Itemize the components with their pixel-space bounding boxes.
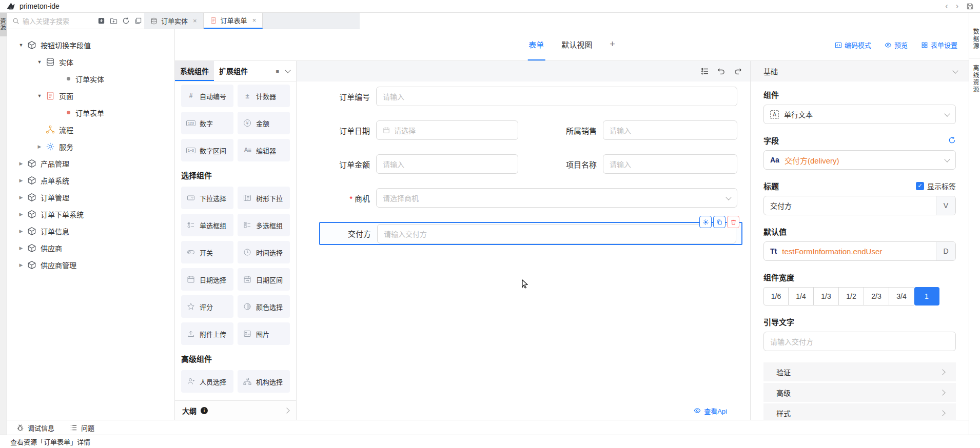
- caret-right-icon[interactable]: ▶: [17, 262, 25, 268]
- form-field-input[interactable]: 请输入: [376, 154, 518, 174]
- inspector-section-0[interactable]: 验证: [763, 362, 956, 381]
- palette-item-0-5[interactable]: A≡ 编辑器: [238, 139, 290, 161]
- palette-item-1-11[interactable]: 图片: [238, 322, 290, 345]
- width-option-3-4[interactable]: 3/4: [889, 287, 914, 306]
- caret-down-icon[interactable]: ▼: [17, 43, 25, 48]
- tree-item-13[interactable]: ▶供应商管理: [7, 256, 174, 273]
- width-option-1-3[interactable]: 1/3: [814, 287, 839, 306]
- caret-right-icon[interactable]: ▶: [36, 144, 43, 149]
- bottom-bar-item-0[interactable]: 调试信息: [16, 423, 54, 433]
- outline-footer[interactable]: 大纲 i: [175, 400, 296, 420]
- tree-item-6[interactable]: ▶服务: [7, 138, 174, 155]
- width-option-1-6[interactable]: 1/6: [763, 287, 789, 306]
- width-option-2-3[interactable]: 2/3: [864, 287, 889, 306]
- palette-item-0-3[interactable]: ¥ 金额: [238, 112, 290, 134]
- field-select[interactable]: Aa 交付方(delivery): [763, 150, 956, 170]
- caret-right-icon[interactable]: ▶: [17, 246, 25, 251]
- inspector-section-1[interactable]: 高级: [763, 383, 956, 402]
- tree-item-0[interactable]: ▼按钮切换字段值: [7, 36, 174, 53]
- width-option-1[interactable]: 1: [914, 287, 939, 306]
- palette-item-0-0[interactable]: # 自动编号: [181, 85, 233, 107]
- palette-tab-0[interactable]: 系统组件: [175, 61, 214, 81]
- tree-item-5[interactable]: 流程: [7, 121, 174, 138]
- palette-item-0-1[interactable]: ± 计数器: [238, 85, 290, 107]
- palette-item-1-5[interactable]: 时间选择: [238, 241, 290, 263]
- palette-item-1-7[interactable]: 日期区间: [238, 268, 290, 291]
- tree-item-11[interactable]: ▶订单信息: [7, 222, 174, 239]
- dock-tab-resources[interactable]: 资源: [0, 13, 7, 36]
- palette-item-2-1[interactable]: 机构选择: [238, 370, 290, 393]
- copy-button[interactable]: [713, 216, 726, 228]
- caret-right-icon[interactable]: ▶: [17, 178, 25, 183]
- tree-item-9[interactable]: ▶订单管理: [7, 189, 174, 206]
- doc-tab-0[interactable]: 订单实体 ×: [144, 13, 204, 29]
- refresh-field-icon[interactable]: [948, 136, 956, 144]
- form-field-input[interactable]: 请选择商机: [376, 188, 737, 208]
- palette-item-1-10[interactable]: 附件上传: [181, 322, 233, 345]
- undo-icon[interactable]: [717, 67, 726, 75]
- tree-item-1[interactable]: ▼实体: [7, 53, 174, 70]
- palette-item-1-0[interactable]: 下拉选择: [181, 187, 233, 209]
- tree-item-12[interactable]: ▶供应商: [7, 239, 174, 256]
- palette-item-0-2[interactable]: 123 数字: [181, 112, 233, 134]
- nav-forward-icon[interactable]: ›: [956, 2, 958, 10]
- form-field-input[interactable]: 请输入: [376, 87, 737, 106]
- palette-item-1-6[interactable]: 日期选择: [181, 268, 233, 291]
- add-view-tab[interactable]: +: [609, 29, 616, 60]
- tree-item-3[interactable]: ▼页面: [7, 87, 174, 104]
- caret-right-icon[interactable]: ▶: [17, 161, 25, 166]
- form-field-input[interactable]: 请输入: [603, 154, 737, 174]
- palette-item-0-4[interactable]: 1~3 数字区间: [181, 139, 233, 161]
- close-icon[interactable]: ×: [193, 17, 197, 25]
- doc-tab-1[interactable]: 订单表单 ×: [204, 13, 263, 29]
- bottom-bar-item-1[interactable]: 问题: [70, 423, 94, 433]
- delete-button[interactable]: [727, 216, 739, 228]
- caret-down-icon[interactable]: ▼: [36, 59, 43, 65]
- palette-item-1-9[interactable]: 颜色选择: [238, 295, 290, 318]
- dock-tab-right-0[interactable]: 数据源: [969, 26, 980, 52]
- action-0[interactable]: 编码模式: [835, 40, 871, 50]
- tree-item-10[interactable]: ▶订单下单系统: [7, 206, 174, 222]
- refresh-icon[interactable]: [122, 17, 130, 25]
- import-icon[interactable]: [97, 17, 105, 25]
- palette-menu-icon[interactable]: ≡: [276, 68, 279, 74]
- palette-item-1-8[interactable]: 评分: [181, 295, 233, 318]
- title-input[interactable]: 交付方: [764, 196, 936, 215]
- action-2[interactable]: 表单设置: [921, 40, 957, 50]
- caret-right-icon[interactable]: ▶: [17, 212, 25, 217]
- form-field-input[interactable]: 请选择: [376, 120, 518, 140]
- selected-form-row[interactable]: 交付方请输入交付方: [319, 222, 742, 245]
- palette-item-1-3[interactable]: 多选框组: [238, 214, 290, 236]
- tree-item-7[interactable]: ▶产品管理: [7, 155, 174, 172]
- caret-down-icon[interactable]: ▼: [36, 93, 43, 98]
- palette-tab-1[interactable]: 扩展组件: [214, 61, 253, 81]
- palette-item-1-4[interactable]: 开关: [181, 241, 233, 263]
- resource-search[interactable]: 输入关键字搜索: [7, 13, 144, 29]
- outline-structure-icon[interactable]: [701, 67, 709, 75]
- settings-button[interactable]: [699, 216, 712, 228]
- inspector-section-2[interactable]: 样式: [763, 403, 956, 420]
- tree-item-2[interactable]: 订单实体: [7, 70, 174, 87]
- width-option-1-4[interactable]: 1/4: [789, 287, 814, 306]
- component-select[interactable]: A 单行文本: [763, 105, 956, 124]
- width-option-1-2[interactable]: 1/2: [839, 287, 864, 306]
- action-1[interactable]: 预览: [885, 40, 908, 50]
- caret-right-icon[interactable]: ▶: [17, 229, 25, 234]
- view-tab-0[interactable]: 表单: [527, 29, 545, 60]
- guide-text-input[interactable]: 请输入交付方: [764, 332, 955, 351]
- form-field-input[interactable]: 请输入交付方: [377, 224, 736, 243]
- redo-icon[interactable]: [734, 67, 742, 75]
- palette-item-1-1[interactable]: 树形下拉: [238, 187, 290, 209]
- palette-item-1-2[interactable]: 单选框组: [181, 214, 233, 236]
- palette-item-2-0[interactable]: 人员选择: [181, 370, 233, 393]
- caret-right-icon[interactable]: ▶: [17, 195, 25, 200]
- save-icon[interactable]: [966, 3, 974, 10]
- form-field-input[interactable]: 请输入: [603, 120, 737, 140]
- default-value-dynamic-button[interactable]: D: [936, 242, 955, 260]
- inspector-section-basic[interactable]: 基础: [751, 61, 969, 82]
- folder-add-icon[interactable]: [110, 17, 117, 25]
- title-variable-button[interactable]: V: [936, 196, 955, 215]
- chevron-down-icon[interactable]: [285, 67, 290, 73]
- dock-tab-right-1[interactable]: 离线资源: [969, 58, 980, 95]
- close-icon[interactable]: ×: [252, 16, 257, 24]
